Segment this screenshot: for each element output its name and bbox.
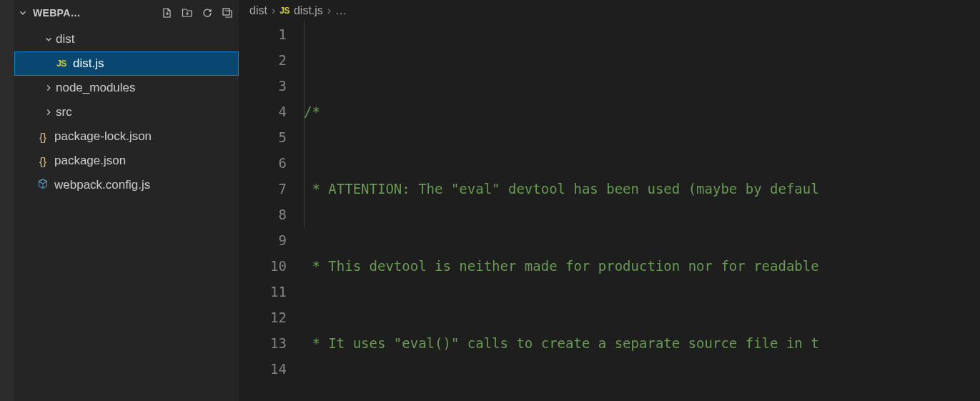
tree-item-label: node_modules [56, 81, 136, 95]
js-file-icon: JS [279, 6, 289, 16]
line-number: 3 [239, 73, 287, 99]
line-number: 6 [239, 150, 287, 176]
json-file-icon: {} [36, 155, 50, 167]
chevron-right-icon[interactable] [43, 82, 54, 94]
tree-item-src[interactable]: src [14, 100, 239, 124]
tree-item-label: webpack.config.js [54, 178, 150, 192]
tree-item-dist[interactable]: dist [14, 27, 239, 51]
editor-pane: dist › JS dist.js › … 123456789101112131… [239, 0, 980, 401]
breadcrumb-segment[interactable]: … [335, 4, 347, 17]
tree-item-dist-js[interactable]: JSdist.js [14, 51, 239, 76]
line-number: 12 [239, 305, 287, 330]
line-number: 1 [239, 21, 287, 47]
line-number: 5 [239, 124, 287, 150]
explorer-project-name: WEBPA… [33, 7, 157, 19]
chevron-right-icon: › [327, 4, 331, 17]
chevron-right-icon[interactable] [43, 107, 54, 118]
tree-item-node-modules[interactable]: node_modules [14, 76, 239, 100]
breadcrumb-segment[interactable]: dist [249, 4, 267, 17]
line-number: 14 [239, 356, 287, 382]
chevron-right-icon: › [272, 4, 275, 17]
chevron-down-icon[interactable] [43, 34, 54, 45]
chevron-down-icon [17, 7, 29, 19]
webpack-config-icon [36, 178, 50, 193]
explorer-header-actions [162, 7, 233, 19]
tree-item-webpack-config-js[interactable]: webpack.config.js [14, 173, 239, 197]
line-number: 11 [239, 279, 287, 305]
json-file-icon: {} [36, 131, 50, 143]
breadcrumb-segment[interactable]: dist.js [294, 4, 323, 17]
line-number: 13 [239, 330, 287, 356]
tree-item-package-lock-json[interactable]: {}package-lock.json [14, 124, 239, 149]
indent-guide [304, 21, 305, 227]
line-number: 10 [239, 253, 287, 279]
line-number: 2 [239, 47, 287, 73]
code-token: * This devtool is neither made for produ… [304, 258, 819, 274]
line-number: 8 [239, 202, 287, 227]
code-area[interactable]: 1234567891011121314 /* * ATTENTION: The … [239, 21, 980, 401]
tree-item-label: src [56, 105, 72, 119]
code-content[interactable]: /* * ATTENTION: The "eval" devtool has b… [304, 21, 980, 401]
breadcrumb[interactable]: dist › JS dist.js › … [239, 0, 980, 21]
tree-item-label: dist.js [73, 56, 104, 71]
line-number: 4 [239, 99, 287, 124]
tree-item-label: package-lock.json [54, 129, 152, 144]
code-token: * It uses "eval()" calls to create a sep… [304, 335, 819, 351]
js-file-icon: JS [54, 59, 69, 69]
new-folder-icon[interactable] [182, 7, 193, 19]
svg-rect-0 [223, 9, 229, 15]
tree-item-label: dist [56, 32, 74, 46]
line-numbers-gutter: 1234567891011121314 [239, 21, 304, 401]
file-tree: distJSdist.jsnode_modulessrc{}package-lo… [14, 26, 239, 197]
line-number: 9 [239, 227, 287, 253]
code-token: /* [304, 104, 320, 119]
app-root: WEBPA… distJSdist.jsnode_modulessrc{}pac… [0, 0, 980, 401]
collapse-all-icon[interactable] [222, 7, 233, 19]
code-token: * ATTENTION: The "eval" devtool has been… [304, 181, 819, 197]
explorer-sidebar: WEBPA… distJSdist.jsnode_modulessrc{}pac… [14, 0, 239, 401]
line-number: 7 [239, 176, 287, 202]
refresh-icon[interactable] [202, 7, 213, 19]
new-file-icon[interactable] [162, 7, 173, 19]
activity-bar [0, 0, 14, 401]
explorer-header[interactable]: WEBPA… [14, 0, 239, 26]
tree-item-label: package.json [54, 154, 126, 168]
tree-item-package-json[interactable]: {}package.json [14, 149, 239, 173]
